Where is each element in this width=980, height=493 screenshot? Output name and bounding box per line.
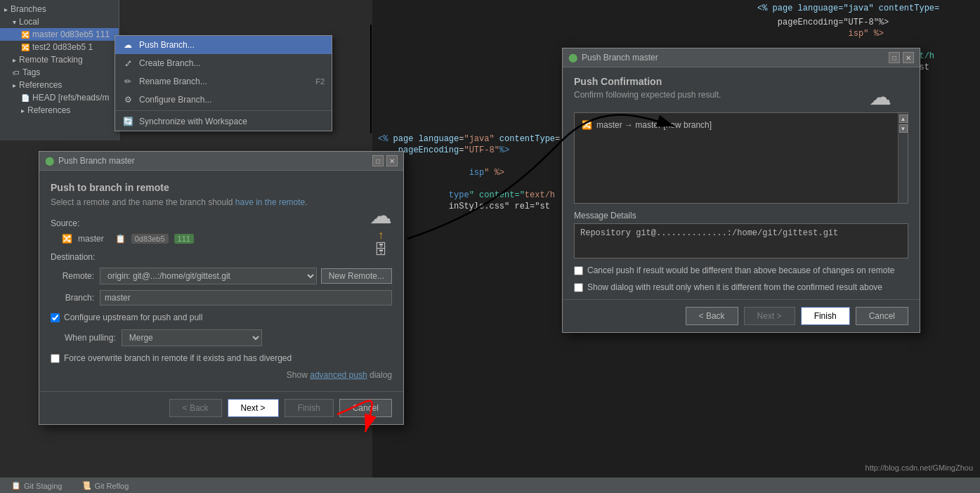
git-tree-branches[interactable]: ▸ Branches <box>0 3 119 15</box>
branches-label: Branches <box>11 4 46 14</box>
remote-select[interactable]: origin: git@...:/home/git/gittest.git <box>100 268 317 284</box>
context-menu-configure-branch[interactable]: ⚙ Configure Branch... <box>115 91 332 109</box>
confirm-back-button[interactable]: < Back <box>686 307 738 325</box>
confirm-heading: Push Confirmation <box>574 76 908 87</box>
confirm-minimize-button[interactable]: □ <box>889 52 900 63</box>
confirm-scrollbar: ▲ ▼ <box>898 113 908 203</box>
ref2-label: References <box>27 105 70 115</box>
context-menu-create-branch[interactable]: ⑇ Create Branch... <box>115 54 332 72</box>
source-label: Source: <box>51 218 392 228</box>
cylinder-icon: 🗄 <box>370 242 392 258</box>
synchronize-label: Synchronize with Workspace <box>139 117 247 126</box>
show-advanced-suffix: dialog <box>367 370 392 380</box>
new-remote-button[interactable]: New Remote... <box>321 268 392 284</box>
scrollbar-up[interactable]: ▲ <box>899 114 908 123</box>
push-confirm-dialog: ⬤ Push Branch master □ ✕ Push Confirmati… <box>562 48 920 333</box>
message-details-label: Message Details <box>574 211 908 221</box>
remote-label: Remote: <box>51 271 100 281</box>
force-overwrite-label: Force overwrite branch in remote if it e… <box>64 353 292 363</box>
context-menu-synchronize[interactable]: 🔄 Synchronize with Workspace <box>115 112 332 131</box>
message-details-text: Repository git@..............:/home/git/… <box>580 228 838 238</box>
remote-field-row: Remote: origin: git@...:/home/git/gittes… <box>51 268 392 284</box>
upload-arrow-icon: ↑ <box>370 229 392 242</box>
confirm-dialog-title: ⬤ Push Branch master <box>568 53 658 63</box>
confirm-dialog-footer: < Back Next > Finish Cancel <box>563 299 920 332</box>
head-label: HEAD [refs/heads/m <box>32 93 109 103</box>
source-commit-icon: 📋 <box>115 234 126 244</box>
finish-button[interactable]: Finish <box>285 399 334 417</box>
show-advanced-prefix: Show <box>287 370 310 380</box>
branch-field-row: Branch: <box>51 290 392 305</box>
git-staging-label: Git Staging <box>24 482 62 490</box>
push-dialog-heading: Push to branch in remote <box>51 182 392 193</box>
destination-label: Destination: <box>51 252 392 262</box>
confirm-branch-area: 🔀 master → master [new branch] ▲ ▼ <box>574 112 908 204</box>
expand-icon: ▸ <box>13 81 16 89</box>
configure-checkbox-row: Configure upstream for push and pull <box>51 313 392 322</box>
git-tree-master[interactable]: 🔀 master 0d83eb5 111 <box>0 28 119 41</box>
confirm-branch-row: 🔀 master → master [new branch] <box>582 120 712 130</box>
show-advanced-row: Show advanced push dialog <box>51 370 392 380</box>
show-dialog-checkbox[interactable] <box>574 283 583 292</box>
branch-label: Branch: <box>51 293 100 303</box>
branch-icon: 🔀 <box>21 44 30 51</box>
git-tree-test2[interactable]: 🔀 test2 0d83eb5 1 <box>0 41 119 53</box>
branch-icon: 🔀 <box>21 31 30 39</box>
watermark-text: http://blog.csdn.net/GMingZhou <box>865 464 973 472</box>
confirm-close-button[interactable]: ✕ <box>903 52 914 63</box>
test2-branch-label: test2 0d83eb5 1 <box>32 42 93 52</box>
push-branch-icon: ☁ <box>122 39 133 51</box>
close-button[interactable]: ✕ <box>386 155 398 166</box>
context-menu-rename-branch[interactable]: ✏ Rename Branch... F2 <box>115 72 332 91</box>
confirm-checkboxes: Cancel push if result would be different… <box>574 265 908 292</box>
advanced-push-link[interactable]: advanced push <box>310 370 367 380</box>
confirm-finish-button[interactable]: Finish <box>801 307 850 325</box>
git-tree-local[interactable]: ▾ Local <box>0 15 119 28</box>
expand-icon: ▸ <box>4 6 8 13</box>
git-reflog-tab[interactable]: 📜 Git Reflog <box>76 480 134 492</box>
create-branch-icon: ⑇ <box>122 58 133 69</box>
git-staging-tab[interactable]: 📋 Git Staging <box>6 480 67 492</box>
minimize-button[interactable]: □ <box>372 155 384 166</box>
git-tree-remote-tracking[interactable]: ▸ Remote Tracking <box>0 53 119 66</box>
branch-input[interactable] <box>100 290 392 305</box>
create-branch-label: Create Branch... <box>139 58 200 68</box>
confirm-next-button[interactable]: Next > <box>744 307 795 325</box>
context-menu: ☁ Push Branch... ⑇ Create Branch... ✏ Re… <box>115 35 332 131</box>
git-tree-head[interactable]: 📄 HEAD [refs/heads/m <box>0 91 119 104</box>
back-button[interactable]: < Back <box>169 399 222 417</box>
ref-icon: 📄 <box>21 94 30 102</box>
push-dialog-title-text: Push Branch master <box>58 156 135 166</box>
cloud-icon-area: ☁ ↑ 🗄 <box>370 202 392 258</box>
configure-branch-label: Configure Branch... <box>139 95 211 105</box>
confirm-dialog-titlebar: ⬤ Push Branch master □ ✕ <box>563 48 920 67</box>
configure-upstream-label: Configure upstream for push and pull <box>64 313 202 322</box>
cancel-push-checkbox[interactable] <box>574 266 583 275</box>
git-tree-references[interactable]: ▸ References <box>0 79 119 91</box>
cancel-push-label: Cancel push if result would be different… <box>587 265 894 275</box>
context-menu-push-branch[interactable]: ☁ Push Branch... <box>115 36 332 54</box>
git-tree-ref2[interactable]: ▸ References <box>0 104 119 117</box>
bottom-bar: 📋 Git Staging 📜 Git Reflog <box>0 478 980 493</box>
confirm-dialog-controls: □ ✕ <box>889 52 914 63</box>
next-button[interactable]: Next > <box>228 399 279 417</box>
push-dialog-title: ⬤ Push Branch master <box>45 156 135 166</box>
context-menu-separator <box>115 110 332 111</box>
ref-icon: ▸ <box>21 107 25 114</box>
cancel-button[interactable]: Cancel <box>339 399 392 417</box>
push-dialog-subtext: Select a remote and the name the branch … <box>51 197 392 207</box>
when-pulling-select[interactable]: Merge <box>122 329 262 346</box>
configure-upstream-checkbox[interactable] <box>51 313 60 322</box>
message-details-box: Repository git@..............:/home/git/… <box>574 223 908 258</box>
rename-branch-icon: ✏ <box>122 76 133 87</box>
confirm-cancel-button[interactable]: Cancel <box>856 307 908 325</box>
tag-icon: 🏷 <box>13 69 20 77</box>
watermark: http://blog.csdn.net/GMingZhou <box>865 464 973 472</box>
force-overwrite-checkbox[interactable] <box>51 354 60 363</box>
git-reflog-label: Git Reflog <box>94 482 129 490</box>
show-dialog-checkbox-row: Show dialog with result only when it is … <box>574 282 908 292</box>
git-tree-tags[interactable]: 🏷 Tags <box>0 66 119 79</box>
scrollbar-down[interactable]: ▼ <box>899 124 908 133</box>
force-overwrite-checkbox-row: Force overwrite branch in remote if it e… <box>51 353 392 363</box>
rename-branch-label: Rename Branch... <box>139 77 207 86</box>
